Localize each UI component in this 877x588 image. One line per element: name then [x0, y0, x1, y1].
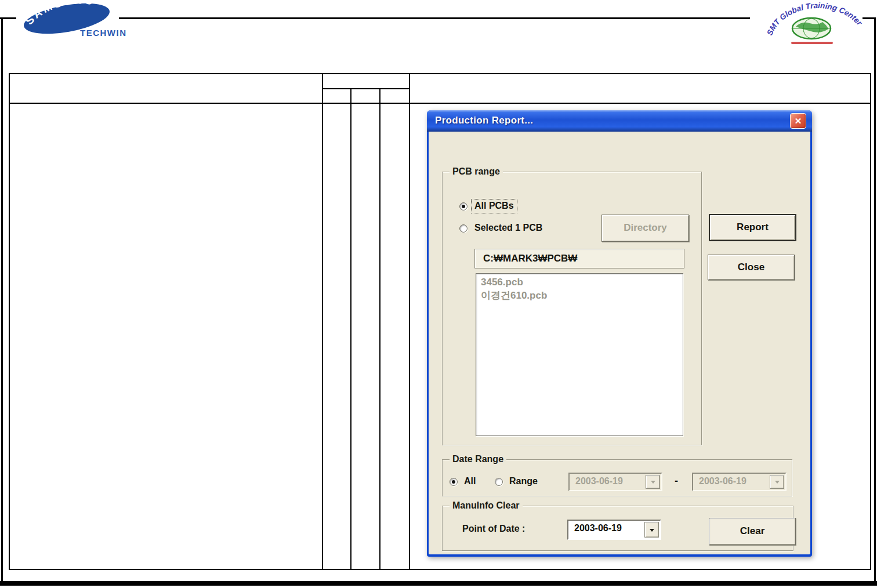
date-all-radio-label[interactable]: All	[464, 476, 476, 487]
all-pcbs-radio-label[interactable]: All PCBs	[471, 199, 517, 213]
table-vline-2	[350, 88, 351, 570]
selected-1-pcb-radio[interactable]	[459, 224, 468, 233]
date-all-radio[interactable]	[450, 478, 458, 486]
right-page-border	[874, 17, 876, 583]
directory-button[interactable]: Directory	[601, 215, 689, 242]
date-range-radio[interactable]	[495, 478, 503, 486]
pcb-range-label: PCB range	[450, 166, 503, 177]
date-range-radio-label[interactable]: Range	[509, 476, 538, 487]
dialog-titlebar[interactable]: Production Report... ✕	[427, 110, 812, 132]
pcb-path-field: C:₩MARK3₩PCB₩	[474, 249, 684, 268]
date-range-label: Date Range	[450, 454, 506, 464]
left-page-border	[1, 17, 3, 583]
smt-training-center-logo: SMT Global Training Center	[767, 1, 868, 56]
table-vline-1	[322, 73, 323, 570]
report-button[interactable]: Report	[709, 214, 796, 241]
chevron-down-icon[interactable]	[770, 475, 784, 489]
selected-1-pcb-radio-label[interactable]: Selected 1 PCB	[474, 223, 542, 233]
table-border-top	[9, 73, 871, 74]
date-from-combobox[interactable]: 2003-06-19	[568, 473, 662, 491]
date-separator: -	[675, 475, 678, 487]
all-pcbs-radio[interactable]	[459, 202, 468, 210]
table-hline-sub	[322, 88, 410, 89]
point-of-date-combobox[interactable]: 2003-06-19	[567, 520, 661, 540]
bottom-page-border	[0, 581, 877, 586]
pcb-file-listbox[interactable]: 3456.pcb 이경건610.pcb	[476, 273, 683, 436]
table-hline-header	[9, 103, 871, 104]
production-report-dialog: Production Report... ✕ PCB range All PCB…	[427, 110, 812, 557]
point-of-date-label: Point of Date :	[462, 524, 525, 534]
dialog-title: Production Report...	[435, 115, 533, 126]
chevron-down-icon[interactable]	[646, 475, 660, 489]
list-item[interactable]: 이경건610.pcb	[476, 289, 683, 302]
globe-caption-redline	[791, 42, 833, 44]
radio-selected-dot	[452, 480, 455, 484]
manuinfo-clear-label: ManuInfo Clear	[450, 500, 523, 511]
table-border-bottom	[9, 569, 871, 570]
close-icon[interactable]: ✕	[790, 113, 806, 129]
list-item[interactable]: 3456.pcb	[476, 274, 683, 289]
chevron-down-icon[interactable]	[644, 522, 659, 538]
dialog-client-area: PCB range All PCBs Selected 1 PCB Direct…	[429, 132, 810, 554]
document-page: SAMSUNG TECHWIN SMT Global Training Cent…	[0, 0, 877, 588]
table-border-right	[870, 73, 871, 570]
top-rule-center	[119, 17, 750, 19]
date-to-combobox[interactable]: 2003-06-19	[692, 473, 787, 491]
close-button[interactable]: Close	[708, 255, 795, 280]
globe-icon	[792, 18, 831, 39]
table-border-left	[9, 73, 10, 570]
radio-selected-dot	[462, 205, 465, 208]
table-vline-4	[409, 73, 410, 570]
clear-button[interactable]: Clear	[709, 518, 796, 545]
table-vline-3	[379, 88, 380, 570]
samsung-techwin-logo: SAMSUNG TECHWIN	[12, 0, 133, 41]
techwin-wordmark: TECHWIN	[80, 28, 127, 38]
